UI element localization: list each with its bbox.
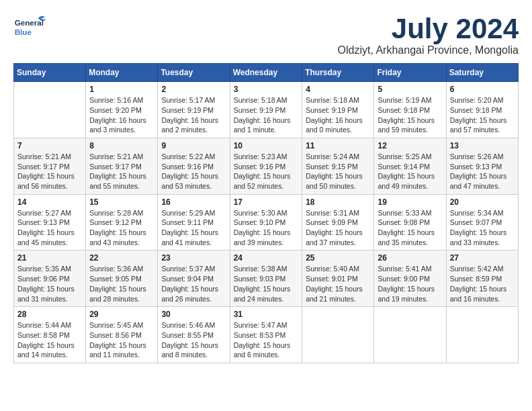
calendar-cell: 29Sunrise: 5:45 AMSunset: 8:56 PMDayligh… [86, 307, 158, 363]
day-info: Sunrise: 5:21 AMSunset: 9:17 PMDaylight:… [17, 152, 82, 191]
day-info: Sunrise: 5:38 AMSunset: 9:03 PMDaylight:… [234, 264, 299, 304]
calendar-cell: 26Sunrise: 5:41 AMSunset: 9:00 PMDayligh… [374, 250, 446, 307]
calendar-cell [446, 307, 518, 363]
calendar-cell: 9Sunrise: 5:22 AMSunset: 9:16 PMDaylight… [158, 138, 230, 194]
calendar-cell: 5Sunrise: 5:19 AMSunset: 9:18 PMDaylight… [374, 82, 446, 138]
day-info: Sunrise: 5:37 AMSunset: 9:04 PMDaylight:… [161, 264, 226, 304]
day-number: 19 [378, 197, 442, 207]
day-info: Sunrise: 5:18 AMSunset: 9:19 PMDaylight:… [306, 95, 370, 135]
day-number: 5 [378, 85, 442, 94]
weekday-header-wednesday: Wednesday [230, 64, 302, 82]
day-info: Sunrise: 5:30 AMSunset: 9:10 PMDaylight:… [234, 208, 299, 248]
day-number: 3 [234, 85, 299, 94]
day-number: 27 [450, 253, 515, 263]
calendar-table: SundayMondayTuesdayWednesdayThursdayFrid… [13, 63, 519, 363]
day-number: 30 [161, 310, 226, 319]
day-number: 7 [17, 141, 82, 150]
day-info: Sunrise: 5:45 AMSunset: 8:56 PMDaylight:… [89, 320, 154, 360]
day-number: 23 [161, 253, 226, 263]
calendar-cell [302, 307, 374, 363]
week-row-4: 21Sunrise: 5:35 AMSunset: 9:06 PMDayligh… [14, 250, 519, 307]
week-row-1: 1Sunrise: 5:16 AMSunset: 9:20 PMDaylight… [14, 82, 519, 138]
day-number: 16 [161, 197, 226, 207]
calendar-cell: 11Sunrise: 5:24 AMSunset: 9:15 PMDayligh… [302, 138, 374, 194]
day-info: Sunrise: 5:22 AMSunset: 9:16 PMDaylight:… [161, 152, 226, 191]
calendar-cell: 13Sunrise: 5:26 AMSunset: 9:13 PMDayligh… [446, 138, 518, 194]
calendar-cell: 28Sunrise: 5:44 AMSunset: 8:58 PMDayligh… [14, 307, 86, 363]
day-info: Sunrise: 5:28 AMSunset: 9:12 PMDaylight:… [89, 208, 154, 248]
day-info: Sunrise: 5:26 AMSunset: 9:13 PMDaylight:… [450, 152, 515, 191]
calendar-cell: 19Sunrise: 5:33 AMSunset: 9:08 PMDayligh… [374, 194, 446, 250]
calendar-cell: 30Sunrise: 5:46 AMSunset: 8:55 PMDayligh… [158, 307, 230, 363]
day-info: Sunrise: 5:16 AMSunset: 9:20 PMDaylight:… [89, 95, 154, 135]
day-number: 25 [306, 253, 370, 263]
day-info: Sunrise: 5:18 AMSunset: 9:19 PMDaylight:… [234, 95, 299, 135]
calendar-cell: 31Sunrise: 5:47 AMSunset: 8:53 PMDayligh… [230, 307, 302, 363]
week-row-5: 28Sunrise: 5:44 AMSunset: 8:58 PMDayligh… [14, 307, 519, 363]
weekday-header-friday: Friday [374, 64, 446, 82]
calendar-cell: 16Sunrise: 5:29 AMSunset: 9:11 PMDayligh… [158, 194, 230, 250]
calendar-cell: 1Sunrise: 5:16 AMSunset: 9:20 PMDaylight… [86, 82, 158, 138]
calendar-cell [14, 82, 86, 138]
calendar-cell: 3Sunrise: 5:18 AMSunset: 9:19 PMDaylight… [230, 82, 302, 138]
day-number: 26 [378, 253, 442, 263]
calendar-cell: 2Sunrise: 5:17 AMSunset: 9:19 PMDaylight… [158, 82, 230, 138]
calendar-cell: 8Sunrise: 5:21 AMSunset: 9:17 PMDaylight… [86, 138, 158, 194]
day-info: Sunrise: 5:44 AMSunset: 8:58 PMDaylight:… [17, 320, 82, 360]
day-number: 22 [89, 253, 154, 263]
day-number: 18 [306, 197, 370, 207]
day-info: Sunrise: 5:34 AMSunset: 9:07 PMDaylight:… [450, 208, 515, 248]
day-info: Sunrise: 5:19 AMSunset: 9:18 PMDaylight:… [378, 95, 442, 135]
week-row-2: 7Sunrise: 5:21 AMSunset: 9:17 PMDaylight… [14, 138, 519, 194]
calendar-cell: 23Sunrise: 5:37 AMSunset: 9:04 PMDayligh… [158, 250, 230, 307]
calendar-cell [374, 307, 446, 363]
day-info: Sunrise: 5:40 AMSunset: 9:01 PMDaylight:… [306, 264, 370, 304]
day-number: 28 [17, 310, 82, 319]
calendar-cell: 4Sunrise: 5:18 AMSunset: 9:19 PMDaylight… [302, 82, 374, 138]
calendar-cell: 20Sunrise: 5:34 AMSunset: 9:07 PMDayligh… [446, 194, 518, 250]
calendar-cell: 25Sunrise: 5:40 AMSunset: 9:01 PMDayligh… [302, 250, 374, 307]
weekday-header-tuesday: Tuesday [158, 64, 230, 82]
calendar-cell: 12Sunrise: 5:25 AMSunset: 9:14 PMDayligh… [374, 138, 446, 194]
svg-text:Blue: Blue [15, 28, 32, 36]
calendar-cell: 27Sunrise: 5:42 AMSunset: 8:59 PMDayligh… [446, 250, 518, 307]
day-number: 10 [234, 141, 299, 150]
week-row-3: 14Sunrise: 5:27 AMSunset: 9:13 PMDayligh… [14, 194, 519, 250]
day-info: Sunrise: 5:46 AMSunset: 8:55 PMDaylight:… [161, 320, 226, 360]
day-info: Sunrise: 5:20 AMSunset: 9:18 PMDaylight:… [450, 95, 515, 135]
day-info: Sunrise: 5:17 AMSunset: 9:19 PMDaylight:… [161, 95, 226, 135]
day-info: Sunrise: 5:27 AMSunset: 9:13 PMDaylight:… [17, 208, 82, 248]
title-block: July 2024 Oldziyt, Arkhangai Province, M… [338, 13, 519, 56]
day-info: Sunrise: 5:25 AMSunset: 9:14 PMDaylight:… [378, 152, 442, 191]
day-info: Sunrise: 5:41 AMSunset: 9:00 PMDaylight:… [378, 264, 442, 304]
day-number: 12 [378, 141, 442, 150]
day-info: Sunrise: 5:42 AMSunset: 8:59 PMDaylight:… [450, 264, 515, 304]
day-number: 14 [17, 197, 82, 207]
month-title: July 2024 [338, 13, 519, 44]
day-number: 29 [89, 310, 154, 319]
weekday-header-monday: Monday [86, 64, 158, 82]
day-info: Sunrise: 5:33 AMSunset: 9:08 PMDaylight:… [378, 208, 442, 248]
calendar-cell: 7Sunrise: 5:21 AMSunset: 9:17 PMDaylight… [14, 138, 86, 194]
weekday-header-saturday: Saturday [446, 64, 518, 82]
day-number: 1 [89, 85, 154, 94]
day-info: Sunrise: 5:36 AMSunset: 9:05 PMDaylight:… [89, 264, 154, 304]
svg-text:General: General [15, 18, 44, 27]
day-info: Sunrise: 5:21 AMSunset: 9:17 PMDaylight:… [89, 152, 154, 191]
logo-icon: General Blue [13, 13, 47, 40]
day-number: 17 [234, 197, 299, 207]
calendar-cell: 22Sunrise: 5:36 AMSunset: 9:05 PMDayligh… [86, 250, 158, 307]
day-number: 2 [161, 85, 226, 94]
day-info: Sunrise: 5:29 AMSunset: 9:11 PMDaylight:… [161, 208, 226, 248]
weekday-header-sunday: Sunday [14, 64, 86, 82]
weekday-header-thursday: Thursday [302, 64, 374, 82]
weekday-header-row: SundayMondayTuesdayWednesdayThursdayFrid… [14, 64, 519, 82]
day-number: 11 [306, 141, 370, 150]
day-number: 24 [234, 253, 299, 263]
calendar-cell: 24Sunrise: 5:38 AMSunset: 9:03 PMDayligh… [230, 250, 302, 307]
calendar-cell: 10Sunrise: 5:23 AMSunset: 9:16 PMDayligh… [230, 138, 302, 194]
calendar-cell: 18Sunrise: 5:31 AMSunset: 9:09 PMDayligh… [302, 194, 374, 250]
day-info: Sunrise: 5:31 AMSunset: 9:09 PMDaylight:… [306, 208, 370, 248]
day-info: Sunrise: 5:24 AMSunset: 9:15 PMDaylight:… [306, 152, 370, 191]
day-number: 20 [450, 197, 515, 207]
